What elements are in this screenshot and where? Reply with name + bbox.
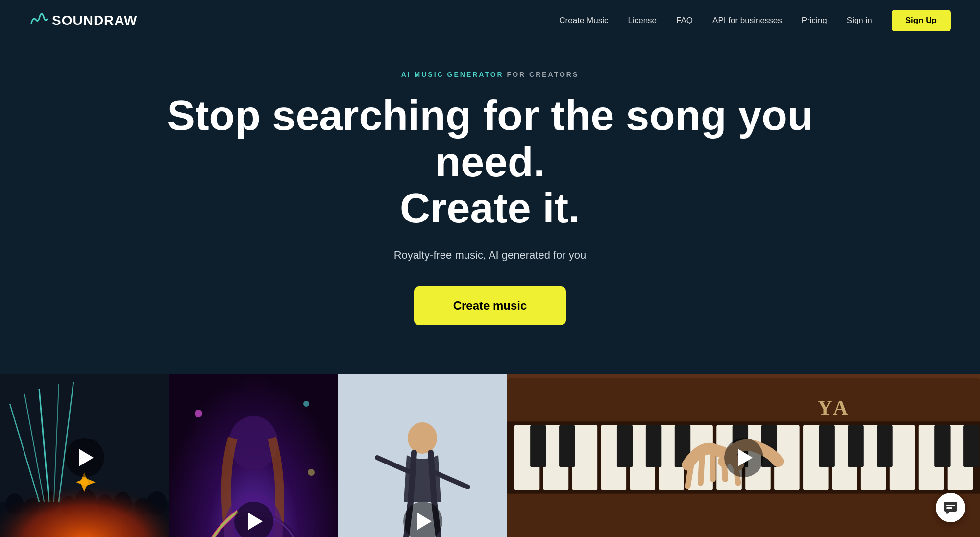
svg-rect-63 [963,425,979,466]
svg-rect-100 [944,502,957,512]
svg-rect-49 [890,425,915,490]
hero-section: AI MUSIC GENERATOR FOR CREATORS Stop sea… [0,41,980,374]
svg-rect-103 [946,507,952,509]
nav-api[interactable]: API for businesses [712,16,782,25]
svg-rect-54 [617,425,633,466]
svg-rect-61 [877,425,892,466]
nav-pricing[interactable]: Pricing [802,16,827,25]
hero-title: Stop searching for the song you need. Cr… [147,92,833,231]
media-item-guitarist[interactable] [169,374,338,537]
media-item-concert[interactable] [0,374,169,537]
svg-rect-55 [646,425,662,466]
navbar: SOUNDRAW Create Music License FAQ API fo… [0,0,980,41]
hero-subtitle-normal: FOR CREATORS [504,71,579,78]
svg-rect-52 [530,425,546,466]
chat-icon [943,501,958,514]
media-item-dancer[interactable] [338,374,507,537]
svg-point-24 [195,410,202,417]
nav-links: Create Music License FAQ API for busines… [559,10,951,31]
svg-rect-62 [934,425,950,466]
svg-marker-101 [946,512,950,514]
chat-widget[interactable] [936,493,965,522]
media-grid: YA [0,374,980,537]
svg-point-26 [308,469,315,476]
create-music-cta-button[interactable]: Create music [414,286,566,325]
hero-title-line2: Create it. [400,184,580,231]
play-button-dancer[interactable] [403,502,442,537]
hero-subtitle: AI MUSIC GENERATOR FOR CREATORS [20,71,960,78]
play-button-guitarist[interactable] [234,502,273,537]
hero-title-line1: Stop searching for the song you need. [167,92,813,185]
svg-point-25 [303,401,309,407]
svg-rect-102 [946,505,955,506]
svg-rect-59 [819,425,834,466]
hero-description: Royalty-free music, AI generated for you [20,249,960,262]
play-icon [417,513,432,530]
nav-faq[interactable]: FAQ [676,16,693,25]
media-item-piano[interactable]: YA [507,374,980,537]
hero-subtitle-highlight: AI MUSIC GENERATOR [401,71,504,78]
play-icon [738,449,753,466]
svg-text:YA: YA [818,396,851,418]
play-button-piano[interactable] [724,438,763,477]
svg-point-30 [408,422,437,454]
logo-icon [29,11,48,30]
nav-create-music[interactable]: Create Music [559,16,608,25]
play-button-concert[interactable] [65,438,104,477]
svg-rect-53 [559,425,575,466]
play-icon [248,513,263,530]
logo[interactable]: SOUNDRAW [29,11,137,30]
svg-rect-38 [572,425,598,490]
logo-text: SOUNDRAW [52,13,137,28]
signup-button[interactable]: Sign Up [892,10,951,31]
signin-link[interactable]: Sign in [847,16,872,25]
nav-license[interactable]: License [628,16,657,25]
svg-rect-60 [848,425,863,466]
play-icon [79,449,94,466]
